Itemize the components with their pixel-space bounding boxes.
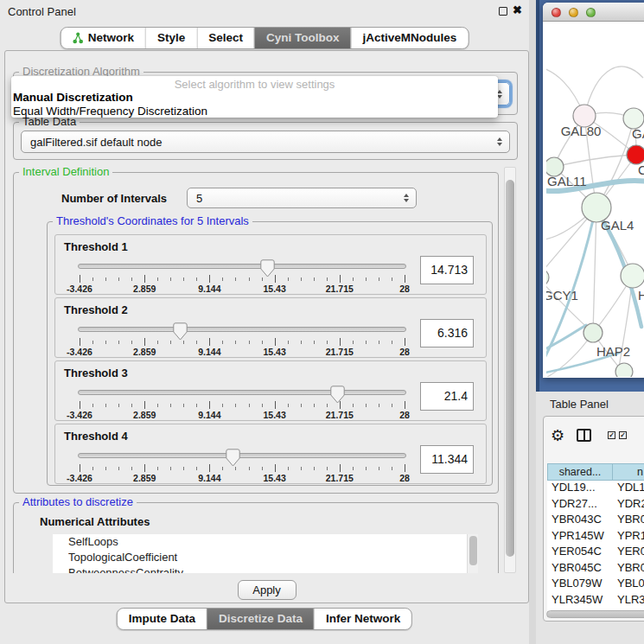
node-gcy1[interactable]	[546, 269, 549, 286]
table-row[interactable]: YDR27...YDR2	[547, 497, 644, 513]
tab-infer-network[interactable]: Infer Network	[314, 609, 411, 629]
numerical-attributes-list[interactable]: SelfLoops TopologicalCoefficient Between…	[53, 534, 478, 573]
table-data-combobox[interactable]: galFiltered.sif default node	[21, 131, 510, 153]
slider-track[interactable]	[78, 327, 406, 332]
table-data-group: Table Data galFiltered.sif default node	[13, 122, 518, 160]
float-window-icon[interactable]	[499, 7, 507, 16]
node-label-gcy1: GCY1	[546, 288, 578, 303]
table-horizontal-scrollbar[interactable]	[546, 610, 644, 619]
close-icon[interactable]: ✖	[513, 3, 522, 16]
bottom-tab-bar: Impute Data Discretize Data Infer Networ…	[117, 608, 412, 630]
scrollbar-thumb[interactable]	[506, 180, 514, 557]
number-of-intervals-combobox[interactable]: 5	[187, 188, 417, 208]
table-panel: ⚙ ✓ ✓ shared... n YDL19...YDL1 YDR27...Y…	[543, 416, 644, 622]
slider-ticks	[80, 338, 405, 346]
table-row[interactable]: YBL079WYBL0	[547, 577, 644, 593]
threshold-1-value-field[interactable]: 14.713	[420, 256, 474, 284]
list-item[interactable]: TopologicalCoefficient	[53, 550, 478, 565]
node-h-partial[interactable]	[621, 264, 644, 288]
number-of-intervals-label: Number of Intervals	[61, 192, 167, 205]
dropdown-option-equal-width-frequency[interactable]: Equal Width/Frequency Discretization	[11, 105, 498, 118]
settings-scrollbar[interactable]	[504, 167, 516, 573]
node-label-h-partial: H	[638, 288, 644, 303]
gear-icon[interactable]: ⚙	[551, 426, 564, 445]
node-label-gal-partial: GAL	[632, 126, 644, 141]
node-hap2[interactable]	[583, 323, 603, 342]
node-label-hap2: HAP2	[596, 344, 630, 359]
threshold-3-slider[interactable]: -3.426 2.859 9.144 15.43 21.715 28	[78, 386, 406, 420]
cyni-toolbox-panel: Discretization Algorithm Table Data galF…	[4, 50, 529, 603]
threshold-2-value-field[interactable]: 6.316	[420, 319, 474, 348]
threshold-1-slider[interactable]: -3.426 2.859 9.144 15.43 21.715 28	[78, 259, 406, 294]
threshold-4-slider[interactable]: -3.426 2.859 9.144 15.43 21.715 28	[78, 449, 406, 483]
table-row[interactable]: YBR045CYBR0	[547, 561, 644, 577]
table-row[interactable]: YBR043CYBR0	[547, 513, 644, 529]
zoom-traffic-light-icon[interactable]	[586, 8, 596, 17]
network-window-titlebar[interactable]	[543, 3, 644, 22]
settings-scroll-region: Interval Definition Number of Intervals …	[5, 167, 503, 573]
thresholds-group: Threshold's Coordinates for 5 Intervals …	[47, 221, 493, 486]
node-bottom-partial[interactable]	[615, 363, 633, 377]
table-panel-title: Table Panel	[550, 398, 609, 411]
threshold-2-panel: Threshold 2 -3.426 2.859 9.	[54, 297, 487, 358]
tab-discretize-data[interactable]: Discretize Data	[207, 609, 314, 629]
tab-cyni-toolbox[interactable]: Cyni Toolbox	[254, 28, 351, 48]
control-panel-titlebar: Control Panel ✖	[0, 0, 529, 22]
node-table: shared... n YDL19...YDL1 YDR27...YDR2 YB…	[547, 463, 644, 615]
apply-button[interactable]: Apply	[238, 580, 296, 600]
network-icon	[73, 32, 84, 44]
top-tab-bar: Network Style Select Cyni Toolbox jActiv…	[61, 27, 469, 49]
split-view-icon[interactable]	[577, 429, 591, 442]
checkbox-icon[interactable]: ✓	[608, 431, 615, 439]
column-header-shared-name[interactable]: shared...	[547, 463, 613, 481]
threshold-3-value-field[interactable]: 21.4	[420, 382, 474, 411]
network-canvas[interactable]: GAL80 GAL C GAL11 GAL4 GCY1 H HAP2	[546, 24, 644, 377]
tab-impute-data[interactable]: Impute Data	[118, 609, 207, 629]
table-row[interactable]: YLR345WYLR3	[547, 593, 644, 609]
table-row[interactable]: YPR145WYPR1	[547, 529, 644, 545]
tab-select[interactable]: Select	[196, 28, 254, 48]
node-label-gal80: GAL80	[561, 124, 602, 138]
dropdown-prompt-item[interactable]: Select algorithm to view settings	[11, 78, 498, 91]
minimize-traffic-light-icon[interactable]	[569, 8, 578, 17]
list-scrollbar[interactable]	[467, 534, 478, 573]
node-label-gal4: GAL4	[601, 218, 634, 233]
combo-arrows-icon	[404, 194, 409, 202]
table-row[interactable]: YER054CYER0	[547, 545, 644, 561]
network-graph: GAL80 GAL C GAL11 GAL4 GCY1 H HAP2	[546, 24, 644, 377]
threshold-4-panel: Threshold 4 -3.426 2.859 9.	[54, 424, 487, 484]
slider-tick-labels: -3.426 2.859 9.144 15.43 21.715 28	[80, 473, 405, 483]
node-label-c-partial: C	[638, 163, 644, 177]
dropdown-option-manual-discretization[interactable]: Manual Discretization	[11, 91, 498, 105]
slider-track[interactable]	[78, 453, 406, 458]
tab-jactivemnodules[interactable]: jActiveMNodules	[351, 28, 469, 48]
slider-ticks	[80, 275, 405, 283]
threshold-2-slider[interactable]: -3.426 2.859 9.144 15.43 21.715 28	[78, 322, 406, 357]
group-title: Threshold's Coordinates for 5 Intervals	[53, 214, 252, 227]
screen: Control Panel ✖ Network Style Select Cyn…	[0, 0, 644, 644]
column-header-name[interactable]: n	[613, 463, 644, 481]
close-traffic-light-icon[interactable]	[552, 8, 561, 17]
slider-track[interactable]	[78, 390, 406, 395]
slider-ticks	[80, 464, 405, 472]
table-rows: YDL19...YDL1 YDR27...YDR2 YBR043CYBR0 YP…	[547, 481, 644, 615]
threshold-4-value-field[interactable]: 11.344	[420, 445, 474, 474]
node-selected-red[interactable]	[627, 145, 644, 164]
scrollbar-thumb[interactable]	[546, 610, 644, 618]
list-item[interactable]: SelfLoops	[53, 534, 478, 550]
right-pane: GAL80 GAL C GAL11 GAL4 GCY1 H HAP2 Table…	[536, 0, 644, 644]
group-title: Interval Definition	[19, 167, 112, 178]
combo-arrows-icon	[497, 137, 502, 146]
algorithm-dropdown-popup: Select algorithm to view settings Manual…	[11, 76, 498, 118]
list-item[interactable]: BetweennessCentrality	[53, 565, 478, 573]
slider-tick-labels: -3.426 2.859 9.144 15.43 21.715 28	[80, 410, 405, 420]
interval-definition-group: Interval Definition Number of Intervals …	[13, 172, 499, 494]
checkbox-icon[interactable]: ✓	[619, 431, 627, 439]
threshold-1-panel: Threshold 1 -3.426 2.859 9.	[54, 234, 487, 295]
attributes-group: Attributes to discretize Numerical Attri…	[13, 502, 499, 573]
network-view-window[interactable]: GAL80 GAL C GAL11 GAL4 GCY1 H HAP2	[543, 3, 644, 378]
slider-track[interactable]	[78, 264, 406, 269]
table-row[interactable]: YDL19...YDL1	[547, 481, 644, 497]
tab-network[interactable]: Network	[61, 28, 145, 48]
tab-style[interactable]: Style	[145, 28, 196, 48]
